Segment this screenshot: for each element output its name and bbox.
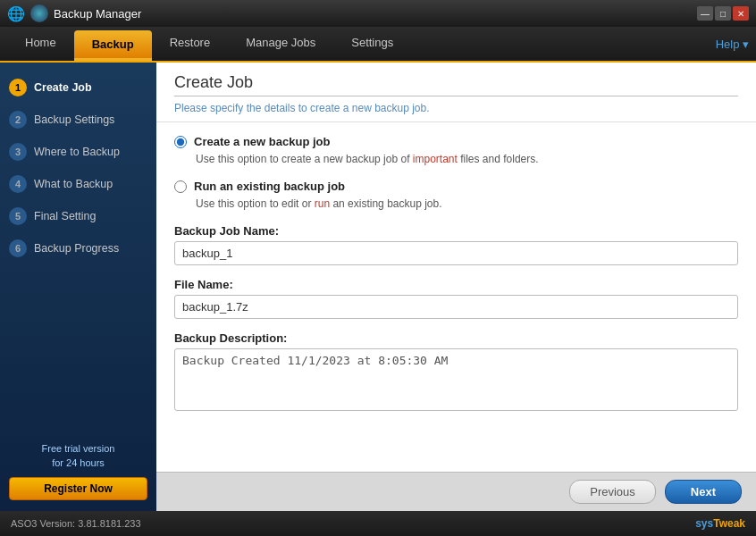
content-subtitle: Please specify the details to create a n… (174, 102, 738, 114)
option-new-job-desc: Use this option to create a new backup j… (174, 151, 738, 167)
step-num-6: 6 (9, 239, 27, 257)
bottom-bar: Previous Next (156, 472, 756, 511)
content-area: Create Job Please specify the details to… (156, 63, 756, 511)
sidebar-footer: Free trial versionfor 24 hours Register … (0, 431, 156, 511)
brand-sys: sys (695, 517, 713, 530)
register-button[interactable]: Register Now (9, 477, 147, 500)
minimize-button[interactable]: — (697, 6, 713, 21)
nav-manage-jobs[interactable]: Manage Jobs (228, 27, 333, 61)
version-text: ASO3 Version: 3.81.8181.233 (11, 518, 141, 529)
nav-backup[interactable]: Backup (74, 30, 152, 61)
sidebar-item-create-job[interactable]: 1 Create Job (0, 71, 156, 104)
brand-tweak: Tweak (713, 517, 745, 530)
navbar: Home Backup Restore Manage Jobs Settings… (0, 27, 756, 63)
field-label-file-name: File Name: (174, 278, 738, 291)
nav-settings[interactable]: Settings (333, 27, 411, 61)
sidebar-item-backup-settings[interactable]: 2 Backup Settings (0, 104, 156, 136)
maximize-button[interactable]: □ (715, 6, 731, 21)
file-name-input[interactable] (174, 295, 738, 319)
sidebar-label-4: What to Backup (34, 178, 113, 190)
field-label-job-name: Backup Job Name: (174, 224, 738, 238)
next-button[interactable]: Next (665, 480, 742, 504)
titlebar-left: 🌐 Backup Manager (7, 4, 141, 22)
sidebar-label-3: Where to Backup (34, 146, 120, 158)
option-existing-job-desc: Use this option to edit or run an existi… (174, 196, 738, 212)
step-num-2: 2 (9, 111, 27, 129)
sidebar-item-final-setting[interactable]: 5 Final Setting (0, 200, 156, 232)
header-divider (174, 96, 738, 96)
highlight-run: run (315, 197, 330, 210)
brand: sysTweak (695, 517, 745, 530)
field-group-job-name: Backup Job Name: (174, 224, 738, 265)
flag-icon: 🌐 (7, 5, 25, 22)
content-body: Create a new backup job Use this option … (156, 122, 756, 472)
sidebar-item-backup-progress[interactable]: 6 Backup Progress (0, 232, 156, 264)
step-num-4: 4 (9, 175, 27, 193)
previous-button[interactable]: Previous (569, 480, 656, 504)
option-new-job: Create a new backup job Use this option … (174, 135, 738, 167)
radio-label-existing-job[interactable]: Run an existing backup job (174, 180, 738, 193)
page-title: Create Job (174, 73, 738, 92)
job-name-input[interactable] (174, 241, 738, 265)
step-num-5: 5 (9, 207, 27, 225)
radio-existing-job[interactable] (174, 180, 187, 193)
sidebar-label-2: Backup Settings (34, 113, 114, 126)
nav-restore[interactable]: Restore (152, 27, 229, 61)
trial-text: Free trial versionfor 24 hours (9, 442, 147, 470)
sidebar-label-1: Create Job (34, 81, 92, 94)
sidebar-label-5: Final Setting (34, 210, 96, 222)
option-existing-job-label: Run an existing backup job (194, 180, 345, 193)
step-num-1: 1 (9, 79, 27, 96)
content-header: Create Job Please specify the details to… (156, 63, 756, 122)
main-layout: 1 Create Job 2 Backup Settings 3 Where t… (0, 63, 756, 511)
step-num-3: 3 (9, 143, 27, 161)
option-existing-job: Run an existing backup job Use this opti… (174, 180, 738, 212)
sidebar-item-where-to-backup[interactable]: 3 Where to Backup (0, 136, 156, 168)
field-group-file-name: File Name: (174, 278, 738, 319)
description-textarea[interactable]: Backup Created 11/1/2023 at 8:05:30 AM (174, 348, 738, 411)
app-icon (30, 4, 48, 22)
titlebar: 🌐 Backup Manager — □ ✕ (0, 0, 756, 27)
radio-label-new-job[interactable]: Create a new backup job (174, 135, 738, 148)
radio-new-job[interactable] (174, 136, 187, 148)
highlight-important: important (413, 153, 458, 165)
field-group-description: Backup Description: Backup Created 11/1/… (174, 331, 738, 414)
field-label-description: Backup Description: (174, 331, 738, 345)
close-button[interactable]: ✕ (733, 6, 749, 21)
sidebar-label-6: Backup Progress (34, 242, 119, 255)
help-menu[interactable]: Help ▾ (716, 27, 749, 61)
option-new-job-label: Create a new backup job (194, 135, 330, 148)
titlebar-title: Backup Manager (54, 7, 141, 21)
sidebar-item-what-to-backup[interactable]: 4 What to Backup (0, 168, 156, 200)
nav-home[interactable]: Home (7, 27, 74, 61)
sidebar: 1 Create Job 2 Backup Settings 3 Where t… (0, 63, 156, 511)
statusbar: ASO3 Version: 3.81.8181.233 sysTweak (0, 511, 756, 536)
titlebar-controls: — □ ✕ (697, 6, 749, 21)
